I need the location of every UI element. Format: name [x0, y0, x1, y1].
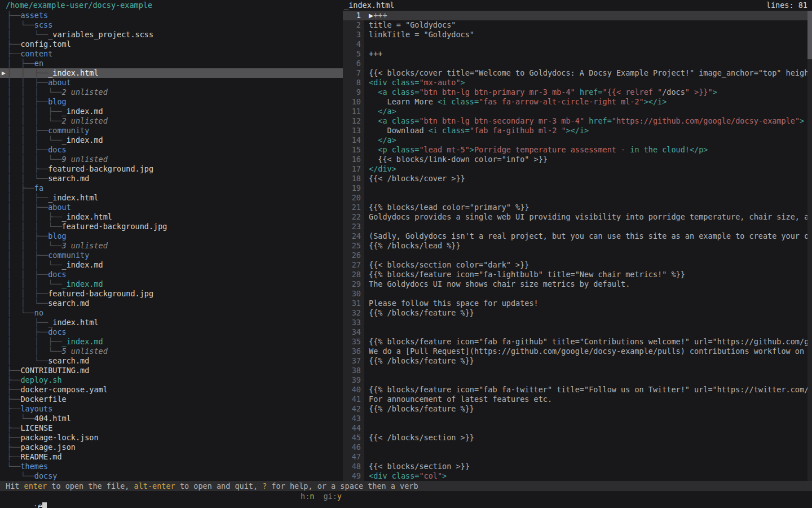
tree-row[interactable]: ├──package-lock.json [0, 433, 343, 443]
line-number: 44 [343, 423, 364, 433]
tree-row[interactable]: │ └──search.md [0, 356, 343, 366]
tree-branch-lines: │ │ ├── [7, 164, 48, 173]
tree-row[interactable]: ├──package.json [0, 443, 343, 452]
selection-arrow-icon: ▶ [2, 68, 6, 78]
code-line: 11 </a> [343, 107, 807, 116]
tree-row[interactable]: │ ├──_index.html [0, 318, 343, 327]
code-line: 6 [343, 59, 807, 68]
tree-row[interactable]: │ │ │ └──9 unlisted [0, 155, 343, 164]
code-text: {{< blocks/section color="dark" >}} [364, 260, 807, 270]
tree-row[interactable]: └──docsy [0, 471, 343, 481]
code-text: {{% blocks/feature icon="fab fa-github" … [364, 337, 807, 347]
tree-row[interactable]: │ │ ├──about [0, 78, 343, 87]
preview-scrollbar-thumb[interactable] [807, 11, 812, 59]
code-line: 38 [343, 366, 807, 375]
tree-row[interactable]: └──themes [0, 462, 343, 471]
tree-entry-name: blog [48, 97, 67, 106]
code-segment: <i class= [438, 97, 479, 106]
code-preview: 1▶+++2title = "Goldydocs"3linkTitle = "G… [343, 11, 807, 481]
tree-branch-lines: │ │ │ └── [7, 155, 62, 164]
tree-row[interactable]: │ └──no [0, 308, 343, 318]
command-input[interactable]: :e [6, 491, 47, 508]
command-line[interactable]: h:ngi:y :e [0, 491, 812, 501]
tree-row[interactable]: │ └──_variables_project.scss [0, 30, 343, 40]
code-segment: {{% blocks/lead color="primary" %}} [369, 203, 529, 212]
preview-scrollbar[interactable] [807, 11, 812, 481]
tree-row[interactable]: ├──config.toml [0, 40, 343, 49]
tree-row[interactable]: │ │ ├──_index.md [0, 337, 343, 347]
code-segment: </a> [369, 135, 396, 144]
code-segment: {{% /blocks/feature %}} [369, 308, 474, 317]
code-line: 9 <a class="btn btn-lg btn-primary mr-3 … [343, 87, 807, 97]
code-line: 36We do a [Pull Request](https://github.… [343, 347, 807, 356]
tree-row[interactable]: │ │ ├──blog [0, 97, 343, 107]
tree-row[interactable]: │ │ │ └──3 unlisted [0, 241, 343, 251]
tree-row[interactable]: │ └──scss [0, 20, 343, 30]
tree-row[interactable]: │ │ │ ├──_index.html [0, 212, 343, 222]
code-segment: "btn btn-lg btn-secondary mr-3 mb-4" [419, 116, 584, 125]
code-text: Please follow this space for updates! [364, 299, 807, 308]
tree-entry-name: community [48, 126, 89, 135]
tree-row[interactable]: │ └──404.html [0, 414, 343, 423]
tree-row[interactable]: ├──LICENSE [0, 423, 343, 433]
tree-row[interactable]: │ ├──en [0, 59, 343, 68]
code-segment: > [713, 87, 717, 97]
line-number: 24 [343, 231, 364, 241]
tree-row[interactable]: │ │ ├──featured-background.jpg [0, 289, 343, 299]
tree-entry-name: docs [48, 270, 67, 279]
tree-row[interactable]: │ │ └──5 unlisted [0, 347, 343, 356]
tree-row[interactable]: │ │ │ └──2 unlisted [0, 116, 343, 126]
preview-filename: _index.html [344, 0, 394, 11]
tree-row[interactable]: │ │ └──search.md [0, 299, 343, 308]
tree-entry-name: _index.md [62, 107, 103, 116]
tree-row[interactable]: │ │ │ ├──_index.md [0, 107, 343, 116]
tree-row[interactable]: │ ├──fa [0, 183, 343, 193]
tree-row[interactable]: ├──content [0, 49, 343, 59]
tree-branch-lines: ├── [7, 375, 20, 384]
tree-branch-lines: │ │ ├── [7, 97, 48, 106]
tree-row[interactable]: ├──deploy.sh [0, 375, 343, 385]
tree-row[interactable]: │ │ │ └──_index.md [0, 279, 343, 289]
tree-row[interactable]: │ │ ├──featured-background.jpg [0, 164, 343, 174]
tree-row[interactable]: │ │ ├──community [0, 251, 343, 260]
tree-row[interactable]: │ │ │ └──_index.md [0, 135, 343, 145]
code-segment: {{% /blocks/feature %}} [369, 356, 474, 365]
tree-row[interactable]: │ │ ├──about [0, 203, 343, 212]
tree-row[interactable]: │ │ ├──community [0, 126, 343, 135]
line-number: 5 [343, 49, 364, 59]
tree-entry-name: 2 unlisted [62, 116, 108, 125]
tree-row[interactable]: │ │ ├──_index.html [0, 193, 343, 203]
code-text: {{% /blocks/feature %}} [364, 308, 807, 318]
tree-row[interactable]: ├──assets [0, 11, 343, 20]
tree-branch-lines: │ │ │ └── [7, 279, 62, 288]
code-line: 13 Download <i class="fab fa-github ml-2… [343, 126, 807, 135]
code-segment: {{< blocks/cover title="Welcome to Goldy… [369, 68, 807, 77]
code-line: 15 <p class="lead mt-5">Porridge tempera… [343, 145, 807, 155]
tree-row[interactable]: ▶│ │ ├──_index.html [0, 68, 343, 78]
tree-branch-lines: │ │ ├── [7, 68, 48, 77]
tree-row[interactable]: │ │ ├──docs [0, 270, 343, 279]
tree-row[interactable]: │ │ ├──blog [0, 231, 343, 241]
tree-row[interactable]: │ │ ├──docs [0, 145, 343, 155]
file-tree-pane: /home/example-user/docsy-example ├──asse… [0, 0, 343, 481]
tree-row[interactable]: │ │ │ └──featured-background.jpg [0, 222, 343, 231]
tree-branch-lines: │ │ │ ├── [7, 212, 62, 221]
tree-branch-lines: │ └── [7, 356, 48, 365]
tree-row[interactable]: │ │ │ └──_index.md [0, 260, 343, 270]
line-number: 45 [343, 433, 364, 443]
tree-row[interactable]: │ │ └──search.md [0, 174, 343, 183]
code-line: 19 [343, 183, 807, 193]
tree-row[interactable]: ├──docker-compose.yaml [0, 385, 343, 395]
tree-row[interactable]: │ │ │ └──2 unlisted [0, 87, 343, 97]
tree-entry-name: search.md [48, 174, 89, 183]
code-text [364, 366, 807, 375]
tree-row[interactable]: ├──CONTRIBUTING.md [0, 366, 343, 375]
tree-entry-name: about [48, 78, 71, 87]
tree-row[interactable]: ├──layouts [0, 404, 343, 414]
code-segment: <p class= [369, 145, 419, 154]
code-line: 21{{% blocks/lead color="primary" %}} [343, 203, 807, 212]
tree-row[interactable]: ├──Dockerfile [0, 395, 343, 404]
code-text: Goldydocs provides a single web UI provi… [364, 212, 807, 222]
tree-row[interactable]: ├──README.md [0, 452, 343, 462]
tree-row[interactable]: │ ├──docs [0, 327, 343, 337]
